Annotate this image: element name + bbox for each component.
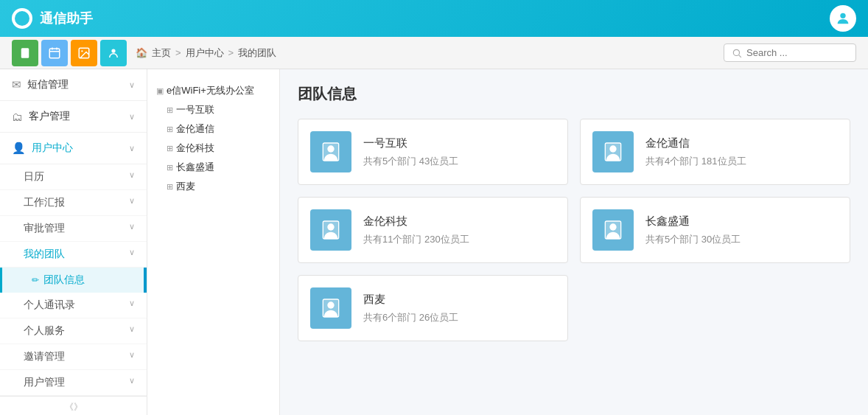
team-card-desc-team4: 共有5个部门 30位员工 bbox=[645, 233, 838, 246]
content-panel: 团队信息 一号互联 共有5个部门 43位员工 金伦通信 共有4个部 bbox=[280, 69, 868, 415]
tree-toggle-root: ▣ bbox=[156, 86, 164, 96]
search-icon bbox=[732, 48, 742, 58]
breadcrumb-sep2: > bbox=[228, 47, 234, 58]
tree-label-0: 一号互联 bbox=[176, 103, 214, 116]
tree-item-4[interactable]: ⊞ 西麦 bbox=[167, 177, 270, 196]
sidebar-item-personal-contacts[interactable]: 个人通讯录 ∨ bbox=[0, 293, 147, 318]
team-card-desc-team5: 共有6个部门 26位员工 bbox=[363, 311, 556, 324]
sidebar-item-invitation[interactable]: 邀请管理 ∨ bbox=[0, 344, 147, 370]
sidebar-item-team-info[interactable]: ✏ 团队信息 bbox=[2, 268, 147, 293]
svg-point-9 bbox=[81, 50, 83, 52]
sidebar-item-customer[interactable]: 🗂 客户管理 ∨ bbox=[0, 101, 147, 133]
main-content: ▣ e信WiFi+无线办公室 ⊞ 一号互联 ⊞ 金伦通信 ⊞ 金伦科技 ⊞ bbox=[147, 69, 868, 415]
tree-root[interactable]: ▣ e信WiFi+无线办公室 bbox=[156, 81, 270, 100]
team-card-name-team2: 金伦通信 bbox=[645, 136, 838, 150]
team-card-icon-team3 bbox=[310, 209, 351, 251]
sidebar-label-approval: 审批管理 bbox=[24, 222, 65, 234]
sidebar-item-personal-service[interactable]: 个人服务 ∨ bbox=[0, 318, 147, 344]
header-left: 通信助手 bbox=[12, 8, 93, 29]
team-card-desc-team2: 共有4个部门 181位员工 bbox=[645, 155, 838, 168]
tree-toggle-0: ⊞ bbox=[167, 105, 173, 115]
chevron-invitation: ∨ bbox=[129, 350, 135, 360]
tree-toggle-3: ⊞ bbox=[167, 163, 173, 172]
team-card-team1[interactable]: 一号互联 共有5个部门 43位员工 bbox=[298, 119, 568, 185]
chevron-user-center: ∨ bbox=[129, 144, 135, 153]
collapse-icon: 《》 bbox=[65, 401, 83, 414]
page-title: 团队信息 bbox=[298, 84, 850, 104]
sidebar-label-user-center: 用户中心 bbox=[32, 142, 73, 155]
team-card-info-team3: 金伦科技 共有11个部门 230位员工 bbox=[363, 215, 556, 246]
tree-toggle-4: ⊞ bbox=[167, 182, 173, 192]
team-card-team4[interactable]: 长鑫盛通 共有5个部门 30位员工 bbox=[580, 197, 850, 263]
sidebar-item-calendar[interactable]: 日历 ∨ bbox=[0, 164, 147, 190]
pencil-icon: ✏ bbox=[32, 275, 39, 285]
svg-line-12 bbox=[739, 55, 741, 57]
tree-item-2[interactable]: ⊞ 金伦科技 bbox=[167, 139, 270, 158]
sidebar-item-approval[interactable]: 审批管理 ∨ bbox=[0, 216, 147, 242]
breadcrumb-home-icon: 🏠 bbox=[136, 47, 147, 58]
logo-inner bbox=[15, 11, 29, 26]
user-avatar[interactable] bbox=[830, 5, 856, 32]
sidebar-label-sms: 短信管理 bbox=[27, 78, 69, 91]
sidebar-item-user-center[interactable]: 👤 用户中心 ∨ bbox=[0, 133, 147, 164]
customer-icon: 🗂 bbox=[12, 111, 23, 123]
toolbar-icon-image[interactable] bbox=[71, 40, 97, 66]
team-card-team3[interactable]: 金伦科技 共有11个部门 230位员工 bbox=[298, 197, 568, 263]
team-card-name-team1: 一号互联 bbox=[363, 136, 556, 150]
search-box[interactable] bbox=[724, 43, 856, 62]
breadcrumb-level1[interactable]: 用户中心 bbox=[186, 46, 224, 60]
sidebar-label-customer: 客户管理 bbox=[29, 110, 70, 123]
sidebar-label-personal-service: 个人服务 bbox=[24, 324, 65, 336]
tree-item-3[interactable]: ⊞ 长鑫盛通 bbox=[167, 158, 270, 177]
team-card-team2[interactable]: 金伦通信 共有4个部门 181位员工 bbox=[580, 119, 850, 185]
tree-children: ⊞ 一号互联 ⊞ 金伦通信 ⊞ 金伦科技 ⊞ 长鑫盛通 ⊞ 西麦 bbox=[156, 100, 270, 196]
team-card-team5[interactable]: 西麦 共有6个部门 26位员工 bbox=[298, 275, 568, 341]
tree-label-2: 金伦科技 bbox=[176, 142, 214, 155]
team-card-info-team2: 金伦通信 共有4个部门 181位员工 bbox=[645, 136, 838, 168]
tree-item-1[interactable]: ⊞ 金伦通信 bbox=[167, 119, 270, 139]
search-input[interactable] bbox=[746, 47, 848, 58]
chevron-approval: ∨ bbox=[129, 222, 135, 231]
svg-rect-4 bbox=[49, 49, 60, 58]
teams-grid: 一号互联 共有5个部门 43位员工 金伦通信 共有4个部门 181位员工 金伦科… bbox=[298, 119, 850, 341]
team-card-info-team4: 长鑫盛通 共有5个部门 30位员工 bbox=[645, 215, 838, 246]
toolbar-icon-contact[interactable] bbox=[100, 40, 127, 66]
sidebar-item-user-mgmt[interactable]: 用户管理 ∨ bbox=[0, 370, 147, 396]
sidebar-label-invitation: 邀请管理 bbox=[24, 350, 65, 362]
svg-point-20 bbox=[609, 223, 616, 230]
sidebar-item-report[interactable]: 工作汇报 ∨ bbox=[0, 190, 147, 216]
sidebar-label-user-mgmt: 用户管理 bbox=[24, 376, 65, 388]
team-card-icon-team4 bbox=[592, 209, 634, 251]
team-card-name-team3: 金伦科技 bbox=[363, 215, 556, 229]
sidebar-item-my-team[interactable]: 我的团队 ∨ bbox=[0, 242, 147, 268]
svg-point-14 bbox=[327, 145, 334, 152]
svg-point-18 bbox=[327, 223, 334, 230]
team-card-info-team5: 西麦 共有6个部门 26位员工 bbox=[363, 293, 556, 324]
sidebar-collapse-btn[interactable]: 《》 bbox=[0, 396, 147, 415]
toolbar-icon-calendar[interactable] bbox=[41, 40, 68, 66]
team-card-info-team1: 一号互联 共有5个部门 43位员工 bbox=[363, 136, 556, 168]
team-card-icon-team5 bbox=[310, 287, 351, 329]
svg-point-16 bbox=[609, 145, 616, 152]
sidebar-item-sms[interactable]: ✉ 短信管理 ∨ bbox=[0, 69, 147, 101]
toolbar-icon-doc[interactable] bbox=[12, 40, 38, 66]
active-indicator bbox=[144, 268, 147, 293]
svg-point-22 bbox=[327, 301, 334, 308]
app-title: 通信助手 bbox=[40, 10, 93, 27]
tree-toggle-1: ⊞ bbox=[167, 125, 173, 134]
tree-label-4: 西麦 bbox=[176, 180, 195, 193]
chevron-report: ∨ bbox=[129, 196, 135, 206]
chevron-personal-service: ∨ bbox=[129, 324, 135, 334]
svg-point-11 bbox=[733, 49, 739, 55]
breadcrumb-level2[interactable]: 我的团队 bbox=[238, 46, 276, 60]
tree-toggle-2: ⊞ bbox=[167, 144, 173, 153]
team-card-desc-team3: 共有11个部门 230位员工 bbox=[363, 233, 556, 246]
tree-label-1: 金伦通信 bbox=[176, 122, 214, 136]
toolbar-icons bbox=[12, 40, 127, 66]
tree-item-0[interactable]: ⊞ 一号互联 bbox=[167, 100, 270, 119]
sidebar: ✉ 短信管理 ∨ 🗂 客户管理 ∨ 👤 用户中心 ∨ 日历 ∨ bbox=[0, 69, 147, 415]
svg-point-10 bbox=[111, 49, 115, 52]
chevron-sms: ∨ bbox=[129, 80, 135, 90]
user-center-icon: 👤 bbox=[12, 142, 26, 155]
breadcrumb-home[interactable]: 主页 bbox=[152, 46, 171, 60]
